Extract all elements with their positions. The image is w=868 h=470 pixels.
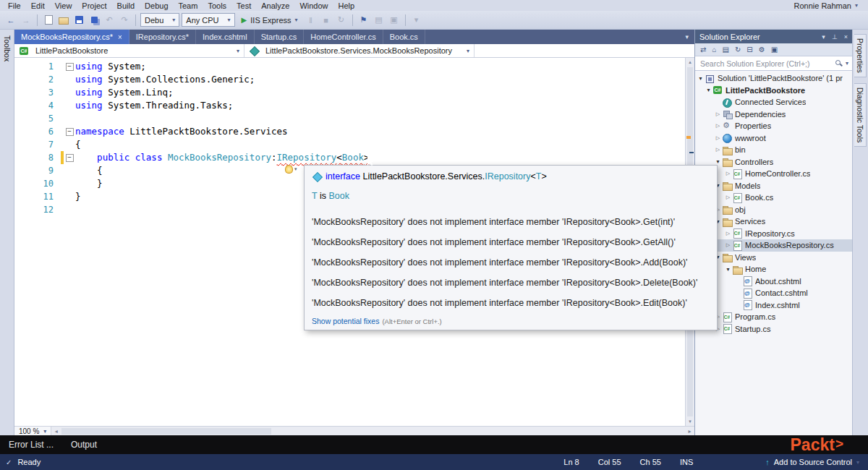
tree-item-services[interactable]: Services xyxy=(695,215,852,228)
tree-item-littlepacktbookstore[interactable]: LittlePacktBookstore xyxy=(695,85,852,97)
tab-diagnostic-tools[interactable]: Diagnostic Tools xyxy=(854,83,867,147)
home-icon[interactable]: ⌂ xyxy=(712,46,716,54)
pin-icon[interactable]: ⊥ xyxy=(832,33,838,40)
tree-item-obj[interactable]: obj xyxy=(695,204,852,216)
member-dropdown[interactable] xyxy=(475,44,694,57)
search-icon[interactable] xyxy=(835,59,843,67)
collapse-icon[interactable] xyxy=(724,195,732,200)
undo-icon[interactable]: ↶ xyxy=(103,14,116,27)
fold-collapse-icon[interactable] xyxy=(64,128,75,136)
collapse-icon[interactable] xyxy=(724,242,732,248)
redo-icon[interactable]: ↷ xyxy=(118,14,131,27)
open-file-icon[interactable] xyxy=(57,14,70,27)
start-debugging-button[interactable]: ▶ IIS Express ▾ xyxy=(237,13,302,27)
tab-irepository-cs[interactable]: IRepository.cs* xyxy=(129,30,196,44)
menu-edit[interactable]: Edit xyxy=(26,1,50,10)
tree-item-connected-services[interactable]: Connected Services xyxy=(695,96,852,108)
restart-icon[interactable]: ↻ xyxy=(335,14,348,27)
preview-selected-icon[interactable]: ▣ xyxy=(771,46,778,54)
collapse-icon[interactable] xyxy=(714,123,722,129)
collapse-icon[interactable] xyxy=(714,111,722,117)
project-dropdown[interactable]: LittlePacktBookstore ▾ xyxy=(14,44,244,57)
tab-index-cshtml[interactable]: Index.cshtml xyxy=(196,30,255,44)
tab-error-list[interactable]: Error List ... xyxy=(0,440,62,450)
tree-item-wwwroot[interactable]: wwwroot xyxy=(695,132,852,145)
preview-icon[interactable]: ▣ xyxy=(388,14,401,27)
collapse-all-icon[interactable]: ⊟ xyxy=(746,46,752,54)
solution-platforms-dropdown[interactable]: Any CPU ▾ xyxy=(182,13,234,27)
solution-configurations-dropdown[interactable]: Debu ▾ xyxy=(140,13,179,27)
collapse-icon[interactable] xyxy=(724,231,732,236)
menu-test[interactable]: Test xyxy=(231,1,256,10)
tree-item-properties[interactable]: Properties xyxy=(695,120,852,132)
scroll-down-icon[interactable]: ▾ xyxy=(686,417,694,426)
collapse-icon[interactable] xyxy=(724,171,732,176)
fold-collapse-icon[interactable] xyxy=(64,154,75,162)
zoom-dropdown[interactable]: 100 % ▾ xyxy=(14,427,51,435)
show-all-files-icon[interactable]: ▤ xyxy=(722,46,728,54)
expand-icon[interactable] xyxy=(697,75,705,82)
search-input[interactable] xyxy=(699,59,832,69)
close-icon[interactable]: × xyxy=(844,33,848,40)
refresh-icon[interactable]: ↻ xyxy=(735,46,741,54)
tree-item-dependencies[interactable]: Dependencies xyxy=(695,108,852,121)
window-menu-icon[interactable]: ▾ xyxy=(822,33,825,40)
tab-startup-cs[interactable]: Startup.cs xyxy=(255,30,305,44)
pause-icon[interactable]: ‖ xyxy=(305,14,318,27)
properties-icon[interactable]: ⚙ xyxy=(759,46,765,54)
tree-item-irepository-cs[interactable]: IRepository.cs xyxy=(695,228,852,240)
tab-output[interactable]: Output xyxy=(62,440,106,450)
tree-item-startup-cs[interactable]: Startup.cs xyxy=(695,323,852,336)
bookmark-icon[interactable]: ⚑ xyxy=(357,14,370,27)
tree-item-bin[interactable]: bin xyxy=(695,144,852,156)
add-to-source-control-button[interactable]: ↑ Add to Source Control ▾ xyxy=(765,458,859,466)
fold-collapse-icon[interactable] xyxy=(64,63,75,71)
horizontal-scrollbar[interactable]: 100 % ▾ ◂ ▸ xyxy=(14,426,694,435)
solution-explorer-search[interactable]: ▾ xyxy=(695,56,852,71)
menu-tools[interactable]: Tools xyxy=(203,1,231,10)
menu-file[interactable]: File xyxy=(3,1,26,10)
tree-item-book-cs[interactable]: Book.cs xyxy=(695,192,852,204)
menu-view[interactable]: View xyxy=(50,1,77,10)
show-all-files-icon[interactable]: ▤ xyxy=(373,14,386,27)
tree-item-controllers[interactable]: Controllers xyxy=(695,156,852,168)
tree-item-models[interactable]: Models xyxy=(695,180,852,192)
menu-project[interactable]: Project xyxy=(77,1,111,10)
scroll-left-icon[interactable]: ◂ xyxy=(51,428,61,435)
tab-close-icon[interactable]: × xyxy=(118,33,122,41)
menu-window[interactable]: Window xyxy=(294,1,333,10)
chevron-down-icon[interactable]: ▾ xyxy=(846,60,848,67)
lightbulb-icon[interactable] xyxy=(285,165,297,174)
tab-mockbooksrepository-cs[interactable]: MockBooksRepository.cs* × xyxy=(14,30,129,44)
new-file-icon[interactable] xyxy=(42,14,55,27)
type-dropdown[interactable]: LittlePacktBookstore.Services.MockBooksR… xyxy=(244,44,475,57)
menu-team[interactable]: Team xyxy=(174,1,203,10)
tree-item-homecontroller-cs[interactable]: HomeController.cs xyxy=(695,168,852,180)
tree-item-views[interactable]: Views xyxy=(695,252,852,264)
tree-item-program-cs[interactable]: Program.cs xyxy=(695,311,852,323)
expand-icon[interactable] xyxy=(705,87,712,93)
tree-item-contact-cshtml[interactable]: Contact.cshtml xyxy=(695,287,852,299)
tab-book-cs[interactable]: Book.cs xyxy=(383,30,425,44)
tree-item-about-cshtml[interactable]: About.cshtml xyxy=(695,275,852,288)
menu-analyze[interactable]: Analyze xyxy=(256,1,294,10)
stop-icon[interactable]: ■ xyxy=(320,14,333,27)
expand-icon[interactable] xyxy=(724,266,732,273)
menu-help[interactable]: Help xyxy=(333,1,360,10)
toolbar-overflow-icon[interactable]: ▾ xyxy=(410,14,423,27)
solution-explorer-titlebar[interactable]: Solution Explorer ▾ ⊥ × xyxy=(695,30,852,43)
tree-item-index-cshtml[interactable]: Index.cshtml xyxy=(695,299,852,312)
user-account-button[interactable]: Ronnie Rahman ▾ xyxy=(793,1,868,10)
navigate-forward-icon[interactable]: → xyxy=(20,14,33,27)
save-all-icon[interactable] xyxy=(88,14,101,27)
show-potential-fixes-link[interactable]: Show potential fixes xyxy=(312,317,379,325)
tab-homecontroller-cs[interactable]: HomeController.cs xyxy=(304,30,383,44)
tab-toolbox[interactable]: Toolbox xyxy=(1,32,13,65)
menu-debug[interactable]: Debug xyxy=(140,1,173,10)
active-files-dropdown-icon[interactable]: ▾ xyxy=(685,30,694,44)
scroll-right-icon[interactable]: ▸ xyxy=(685,428,694,435)
menu-build[interactable]: Build xyxy=(112,1,140,10)
tree-item-mockbooksrepository-cs[interactable]: MockBooksRepository.cs xyxy=(695,239,852,252)
navigate-back-icon[interactable]: ← xyxy=(4,14,17,27)
tab-properties[interactable]: Properties xyxy=(854,34,867,77)
